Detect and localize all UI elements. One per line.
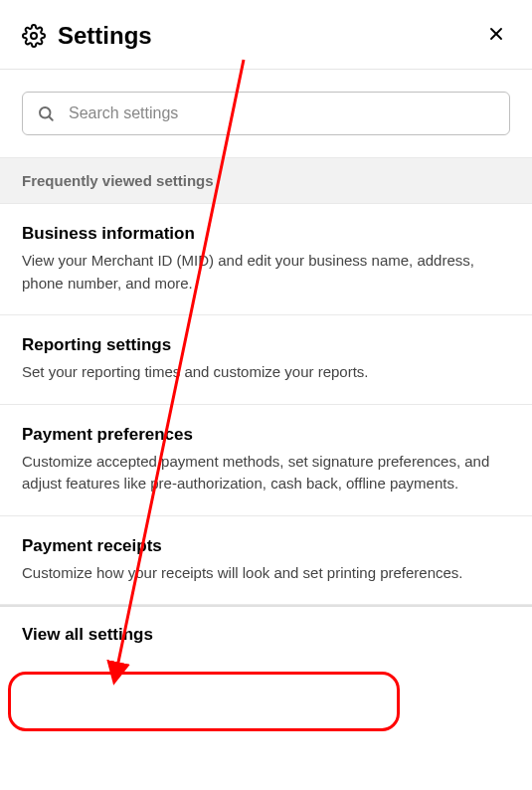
page-title: Settings [58,22,482,50]
frequently-viewed-header: Frequently viewed settings [0,157,532,204]
setting-desc: Set your reporting times and customize y… [22,361,510,384]
view-all-settings-button[interactable]: View all settings [0,605,532,663]
settings-header: Settings [0,0,532,70]
search-input[interactable] [69,104,495,122]
setting-item-payment-receipts[interactable]: Payment receipts Customize how your rece… [0,516,532,606]
search-icon [37,104,55,122]
setting-item-reporting-settings[interactable]: Reporting settings Set your reporting ti… [0,315,532,405]
setting-title: Business information [22,224,510,244]
search-box[interactable] [22,92,510,135]
setting-title: Payment receipts [22,536,510,556]
setting-item-payment-preferences[interactable]: Payment preferences Customize accepted p… [0,405,532,516]
setting-desc: Customize accepted payment methods, set … [22,451,510,495]
close-button[interactable] [482,20,510,51]
setting-desc: View your Merchant ID (MID) and edit you… [22,250,510,295]
annotation-highlight [8,672,400,731]
svg-point-0 [31,33,37,39]
close-icon [486,24,506,47]
setting-item-business-information[interactable]: Business information View your Merchant … [0,204,532,315]
search-container [0,70,532,157]
setting-title: Reporting settings [22,335,510,355]
svg-line-4 [49,116,52,119]
setting-title: Payment preferences [22,425,510,445]
gear-icon [22,24,46,48]
setting-desc: Customize how your receipts will look an… [22,562,510,585]
view-all-label: View all settings [22,625,510,645]
